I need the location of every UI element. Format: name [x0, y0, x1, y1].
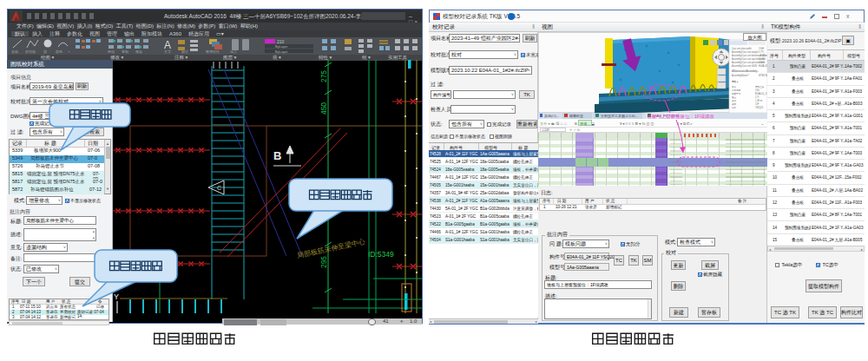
svg-text:C: C	[217, 185, 221, 191]
svg-text:多段线: 多段线	[25, 49, 36, 54]
svg-text:局部板筋未伸至梁中心: 局部板筋未伸至梁中心	[296, 237, 365, 259]
svg-text:295: 295	[319, 256, 328, 268]
svg-text:275: 275	[319, 70, 328, 82]
svg-text:插入: 插入	[230, 49, 237, 54]
svg-text:ID:5349: ID:5349	[368, 250, 394, 259]
svg-text:移动: 移动	[108, 49, 115, 54]
svg-text:ByLayer: ByLayer	[275, 44, 288, 49]
svg-text:450: 450	[319, 102, 328, 115]
svg-text:文字: 文字	[164, 49, 171, 54]
svg-text:B: B	[273, 149, 281, 162]
svg-text:ByLayer: ByLayer	[275, 49, 288, 54]
svg-text:圆弧: 圆弧	[56, 49, 63, 54]
svg-text:450: 450	[319, 210, 328, 222]
svg-text:墙板与上层窗预留位：1F须调改: 墙板与上层窗预留位：1F须调改	[647, 114, 714, 120]
svg-text:Y: Y	[114, 292, 119, 301]
svg-text:圆: 圆	[43, 49, 47, 54]
svg-text:▪: ▪	[69, 49, 70, 54]
svg-text:直线: 直线	[11, 49, 18, 54]
